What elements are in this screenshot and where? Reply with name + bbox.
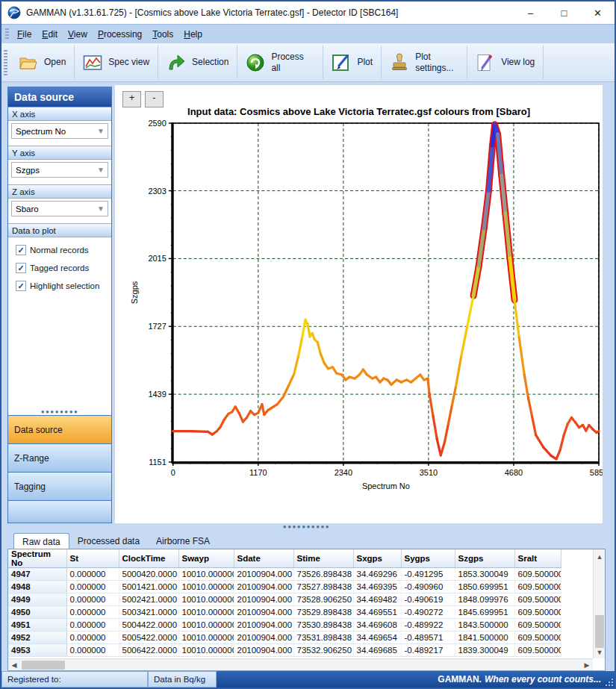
toolbar-label: Spec view xyxy=(108,57,149,67)
app-globe-icon xyxy=(7,6,21,19)
column-header-sdate[interactable]: Sdate xyxy=(234,549,293,568)
column-header-sygps[interactable]: Sygps xyxy=(401,549,455,568)
column-header-st[interactable]: St xyxy=(66,549,119,568)
column-header-swayp[interactable]: Swayp xyxy=(178,549,234,568)
table-row[interactable]: 49530.0000005006422.000010010.0000002010… xyxy=(8,644,561,657)
table-row[interactable]: 49500.0000005003421.000010010.0000002010… xyxy=(8,606,561,619)
menu-view[interactable]: View xyxy=(63,27,93,42)
horizontal-scrollbar[interactable]: ◀ ▶ xyxy=(8,658,593,670)
toolbar-process-all-button[interactable]: Process all xyxy=(237,46,323,79)
series-segment xyxy=(519,337,524,375)
column-header-szgps[interactable]: Szgps xyxy=(455,549,514,568)
tab-processed-data[interactable]: Processed data xyxy=(69,533,148,549)
table-row[interactable]: 49480.0000005001421.000010010.0000002010… xyxy=(8,581,561,593)
table-cell: 20100904.000 xyxy=(234,644,293,657)
series-segment xyxy=(456,356,461,386)
column-header-sralt[interactable]: Sralt xyxy=(514,549,561,568)
table-cell: 609.500000 xyxy=(514,581,561,593)
tab-airborne-fsa[interactable]: Airborne FSA xyxy=(148,533,218,549)
zoom-in-button[interactable]: + xyxy=(122,91,141,107)
checkbox-label: Tagged records xyxy=(30,264,89,272)
toolbar-label: Selection xyxy=(192,57,228,67)
horizontal-scroll-thumb[interactable] xyxy=(22,661,65,670)
scroll-up-icon[interactable]: ▲ xyxy=(594,551,606,563)
toolbar-view-log-button[interactable]: View log xyxy=(467,46,544,79)
menu-processing[interactable]: Processing xyxy=(93,27,147,42)
y-tick-label: 1727 xyxy=(148,322,166,331)
table-cell: 5003421.0000 xyxy=(119,606,178,619)
column-header-sxgps[interactable]: Sxgps xyxy=(353,549,401,568)
series-segment xyxy=(428,378,429,393)
menu-file[interactable]: File xyxy=(12,27,37,42)
resize-grip-icon[interactable] xyxy=(604,677,613,686)
table-cell: 34.469685 xyxy=(353,644,401,657)
column-header-stime[interactable]: Stime xyxy=(293,549,353,568)
toolbar-open-button[interactable]: Open xyxy=(10,46,75,79)
checkbox-label: Normal records xyxy=(30,246,89,255)
table-row[interactable]: 49470.0000005000420.000010010.0000002010… xyxy=(8,568,561,581)
maximize-button[interactable]: □ xyxy=(547,1,581,24)
table-cell: -0.490272 xyxy=(401,606,455,619)
scroll-right-icon[interactable]: ▶ xyxy=(581,659,593,671)
series-segment xyxy=(262,405,264,415)
sidebar-item-z-range[interactable]: Z-Range xyxy=(8,443,111,472)
toolbar-spec-view-button[interactable]: Spec view xyxy=(75,46,158,79)
bottom-panel: ●●●●●●●●●● Raw dataProcessed dataAirborn… xyxy=(1,523,615,671)
data-to-plot-label: Data to plot xyxy=(8,223,111,237)
table-row[interactable]: 49490.0000005002421.000010010.0000002010… xyxy=(8,593,561,606)
y-axis-select[interactable]: Szgps ▼ xyxy=(11,162,108,178)
minimize-button[interactable]: – xyxy=(514,1,547,24)
x-tick-label: 2340 xyxy=(335,468,352,477)
menu-tools[interactable]: Tools xyxy=(147,27,178,42)
checkbox-highlight-selection[interactable]: ✓Highlight selection xyxy=(8,277,111,295)
table-cell: 609.500000 xyxy=(514,568,561,581)
plot-brush-icon xyxy=(332,53,351,72)
x-axis-select[interactable]: Spectrum No ▼ xyxy=(11,123,108,139)
checkbox-tagged-records[interactable]: ✓Tagged records xyxy=(8,259,111,277)
table-cell: 0.000000 xyxy=(66,568,119,581)
z-axis-select[interactable]: Sbaro ▼ xyxy=(11,201,108,216)
series-segment xyxy=(448,405,452,423)
series-segment xyxy=(532,416,536,434)
sidebar-splitter[interactable]: ●●●●●●●● xyxy=(8,408,111,415)
column-header-clocktime[interactable]: ClockTime xyxy=(119,549,178,568)
series-segment xyxy=(441,443,444,455)
checkbox-normal-records[interactable]: ✓Normal records xyxy=(8,241,111,259)
plot-options: ✓Normal records✓Tagged records✓Highlight… xyxy=(8,237,111,408)
zoom-out-button[interactable]: - xyxy=(145,91,164,107)
line-chart[interactable]: 0117023403510468058501151143917272015230… xyxy=(115,117,603,493)
toolbar-selection-button[interactable]: Selection xyxy=(158,46,237,79)
vertical-scrollbar[interactable]: ▲ ▼ xyxy=(593,549,605,658)
scroll-down-icon[interactable]: ▼ xyxy=(594,646,606,658)
table-cell: 20100904.000 xyxy=(234,581,293,593)
sidebar-item-data-source[interactable]: Data source xyxy=(8,415,111,443)
vertical-scroll-thumb[interactable] xyxy=(595,615,604,648)
table-cell: 609.500000 xyxy=(514,644,561,657)
tab-raw-data[interactable]: Raw data xyxy=(13,533,69,549)
open-folder-icon xyxy=(19,53,38,72)
table-cell: 1841.500000 xyxy=(455,632,514,644)
toolbar-plot-button[interactable]: Plot xyxy=(323,46,382,79)
table-row[interactable]: 49510.0000005004422.000010010.0000002010… xyxy=(8,619,561,632)
column-header-spectrum-no[interactable]: Spectrum No xyxy=(8,549,66,568)
menu-help[interactable]: Help xyxy=(178,27,208,42)
table-row[interactable]: 49520.0000005005422.000010010.0000002010… xyxy=(8,632,561,644)
y-tick-label: 2590 xyxy=(148,119,166,128)
scroll-left-icon[interactable]: ◀ xyxy=(8,659,20,671)
menu-edit[interactable]: Edit xyxy=(37,27,63,42)
series-segment xyxy=(299,337,302,355)
toolbar-label: Open xyxy=(44,57,66,67)
table-cell: 10010.000000 xyxy=(178,593,234,606)
series-segment xyxy=(528,398,532,417)
process-all-icon xyxy=(246,53,265,72)
close-button[interactable]: ✕ xyxy=(581,1,615,24)
table-cell: 20100904.000 xyxy=(234,632,293,644)
table-cell: 34.469296 xyxy=(353,568,401,581)
toolbar-label: View log xyxy=(501,57,535,67)
series-segment xyxy=(294,355,299,374)
horizontal-splitter[interactable]: ●●●●●●●●●● xyxy=(7,523,606,530)
toolbar-plot-settings-button[interactable]: Plot settings... xyxy=(382,46,467,79)
sidebar-item-tagging[interactable]: Tagging xyxy=(8,472,111,500)
chart-title: Input data: Cosmics above Lake Victoria … xyxy=(115,106,603,117)
x-tick-label: 4680 xyxy=(505,468,523,477)
